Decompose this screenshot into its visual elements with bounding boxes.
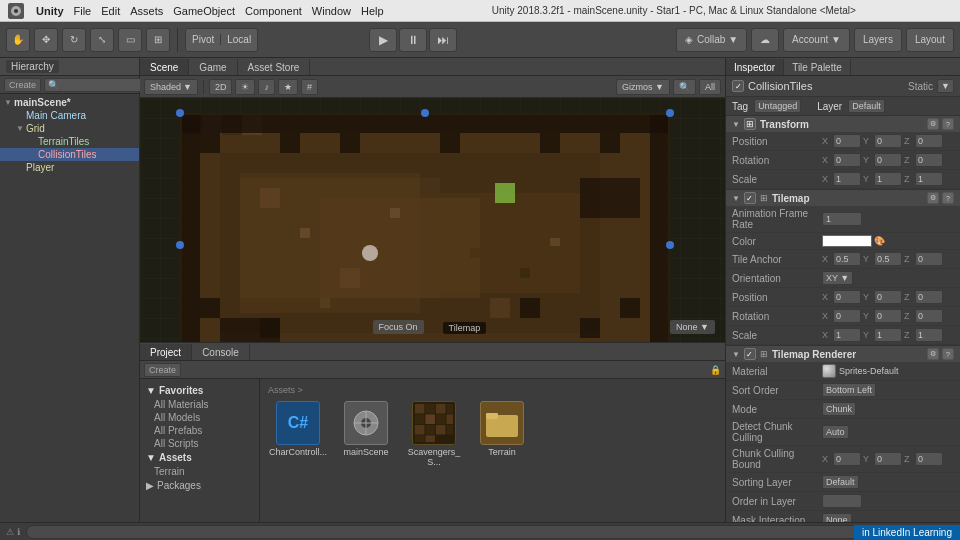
pivot-label[interactable]: Pivot bbox=[186, 34, 221, 45]
chunk-bound-y[interactable] bbox=[874, 452, 902, 466]
layers-button[interactable]: Layers bbox=[854, 28, 902, 52]
tab-game[interactable]: Game bbox=[189, 59, 237, 75]
hierarchy-create-button[interactable]: Create bbox=[4, 78, 41, 92]
tilemap-help-icon[interactable]: ? bbox=[942, 192, 954, 204]
order-in-layer-input[interactable]: 1 bbox=[822, 494, 862, 508]
object-enabled-checkbox[interactable]: ✓ bbox=[732, 80, 744, 92]
tilemap-rot-x[interactable] bbox=[833, 309, 861, 323]
tilemap-scale-y[interactable] bbox=[874, 328, 902, 342]
tab-project[interactable]: Project bbox=[140, 344, 192, 360]
animation-frame-rate-input[interactable] bbox=[822, 212, 862, 226]
shaded-dropdown[interactable]: Shaded ▼ bbox=[144, 79, 198, 95]
tree-item-maincamera[interactable]: ▶ Main Camera bbox=[0, 109, 139, 122]
sidebar-all-models[interactable]: All Models bbox=[140, 411, 259, 424]
chunk-bound-x[interactable] bbox=[833, 452, 861, 466]
tile-anchor-z-input[interactable] bbox=[915, 252, 943, 266]
static-dropdown[interactable]: ▼ bbox=[937, 79, 954, 93]
hierarchy-tab[interactable]: Hierarchy bbox=[6, 60, 59, 73]
scale-x-input[interactable] bbox=[833, 172, 861, 186]
color-swatch[interactable] bbox=[822, 235, 872, 247]
mask-interaction-dropdown[interactable]: None bbox=[822, 513, 852, 522]
tab-inspector[interactable]: Inspector bbox=[726, 59, 784, 75]
section-tilemap-header[interactable]: ▼ ✓ ⊞ Tilemap ⚙? bbox=[726, 190, 960, 206]
renderer-enabled-checkbox[interactable]: ✓ bbox=[744, 348, 756, 360]
status-search-input[interactable] bbox=[26, 525, 919, 539]
tab-console[interactable]: Console bbox=[192, 344, 250, 360]
tile-anchor-x-input[interactable] bbox=[833, 252, 861, 266]
sidebar-all-prefabs[interactable]: All Prefabs bbox=[140, 424, 259, 437]
transform-tool-button[interactable]: ⊞ bbox=[146, 28, 170, 52]
gizmos-button[interactable]: Gizmos ▼ bbox=[616, 79, 670, 95]
tab-scene[interactable]: Scene bbox=[140, 59, 189, 75]
tile-anchor-y-input[interactable] bbox=[874, 252, 902, 266]
renderer-help-icon[interactable]: ? bbox=[942, 348, 954, 360]
focus-on-button[interactable]: Focus On bbox=[373, 320, 424, 334]
position-x-input[interactable] bbox=[833, 134, 861, 148]
scene-light-button[interactable]: ☀ bbox=[235, 79, 255, 95]
scale-y-input[interactable] bbox=[874, 172, 902, 186]
move-tool-button[interactable]: ✥ bbox=[34, 28, 58, 52]
step-button[interactable]: ⏭ bbox=[429, 28, 457, 52]
mode-dropdown[interactable]: Chunk bbox=[822, 402, 856, 416]
2d-button[interactable]: 2D bbox=[209, 79, 233, 95]
tilemap-enabled-checkbox[interactable]: ✓ bbox=[744, 192, 756, 204]
menu-window[interactable]: Window bbox=[312, 5, 351, 17]
layout-button[interactable]: Layout bbox=[906, 28, 954, 52]
scene-fx-button[interactable]: ★ bbox=[278, 79, 298, 95]
detect-chunk-dropdown[interactable]: Auto bbox=[822, 425, 849, 439]
project-create-button[interactable]: Create bbox=[144, 363, 181, 377]
sidebar-packages[interactable]: ▶ Packages bbox=[140, 478, 259, 493]
asset-charcontroller[interactable]: C# CharControll... bbox=[268, 401, 328, 467]
tilemap-rot-y[interactable] bbox=[874, 309, 902, 323]
menu-component[interactable]: Component bbox=[245, 5, 302, 17]
tilemap-scale-x[interactable] bbox=[833, 328, 861, 342]
sidebar-assets[interactable]: ▼ Assets bbox=[140, 450, 259, 465]
menu-help[interactable]: Help bbox=[361, 5, 384, 17]
pause-button[interactable]: ⏸ bbox=[399, 28, 427, 52]
tilemap-settings-icon[interactable]: ⚙ bbox=[927, 192, 939, 204]
sort-order-dropdown[interactable]: Bottom Left bbox=[822, 383, 876, 397]
rotation-y-input[interactable] bbox=[874, 153, 902, 167]
sidebar-all-scripts[interactable]: All Scripts bbox=[140, 437, 259, 450]
account-button[interactable]: Account ▼ bbox=[783, 28, 850, 52]
rect-tool-button[interactable]: ▭ bbox=[118, 28, 142, 52]
sorting-layer-dropdown[interactable]: Default bbox=[822, 475, 859, 489]
tree-item-terraintiles[interactable]: ▶ TerrainTiles bbox=[0, 135, 139, 148]
transform-settings-icon[interactable]: ⚙ bbox=[927, 118, 939, 130]
scene-viewport[interactable]: Focus On Tilemap None ▼ bbox=[140, 98, 725, 342]
rotation-z-input[interactable] bbox=[915, 153, 943, 167]
tree-item-collisiontiles[interactable]: ▶ CollisionTiles bbox=[0, 148, 139, 161]
collab-button[interactable]: ◈ Collab ▼ bbox=[676, 28, 747, 52]
play-button[interactable]: ▶ bbox=[369, 28, 397, 52]
hand-tool-button[interactable]: ✋ bbox=[6, 28, 30, 52]
section-transform-header[interactable]: ▼ ⊞ Transform ⚙ ? bbox=[726, 116, 960, 132]
renderer-settings-icon[interactable]: ⚙ bbox=[927, 348, 939, 360]
pivot-local-toggle[interactable]: Pivot Local bbox=[185, 28, 258, 52]
menu-file[interactable]: File bbox=[74, 5, 92, 17]
sidebar-favorites[interactable]: ▼ Favorites bbox=[140, 383, 259, 398]
color-picker-icon[interactable]: 🎨 bbox=[874, 236, 885, 246]
menu-edit[interactable]: Edit bbox=[101, 5, 120, 17]
sidebar-all-materials[interactable]: All Materials bbox=[140, 398, 259, 411]
asset-scavengers[interactable]: Scavengers_S... bbox=[404, 401, 464, 467]
rotate-tool-button[interactable]: ↻ bbox=[62, 28, 86, 52]
transform-help-icon[interactable]: ? bbox=[942, 118, 954, 130]
tree-item-player[interactable]: ▶ Player bbox=[0, 161, 139, 174]
tree-item-mainscene[interactable]: ▼ mainScene* bbox=[0, 96, 139, 109]
tilemap-pos-x[interactable] bbox=[833, 290, 861, 304]
cloud-button[interactable]: ☁ bbox=[751, 28, 779, 52]
chunk-bound-z[interactable] bbox=[915, 452, 943, 466]
tab-tile-palette[interactable]: Tile Palette bbox=[784, 59, 851, 75]
tilemap-rot-z[interactable] bbox=[915, 309, 943, 323]
local-label[interactable]: Local bbox=[221, 34, 257, 45]
menu-unity[interactable]: Unity bbox=[36, 5, 64, 17]
scene-search-input[interactable]: 🔍 bbox=[673, 79, 696, 95]
scene-audio-button[interactable]: ♪ bbox=[258, 79, 275, 95]
menu-gameobject[interactable]: GameObject bbox=[173, 5, 235, 17]
layer-dropdown[interactable]: Default bbox=[848, 99, 885, 113]
section-tilemap-renderer-header[interactable]: ▼ ✓ ⊞ Tilemap Renderer ⚙? bbox=[726, 346, 960, 362]
orientation-dropdown[interactable]: XY ▼ bbox=[822, 271, 853, 285]
position-z-input[interactable] bbox=[915, 134, 943, 148]
tilemap-pos-y[interactable] bbox=[874, 290, 902, 304]
menu-assets[interactable]: Assets bbox=[130, 5, 163, 17]
